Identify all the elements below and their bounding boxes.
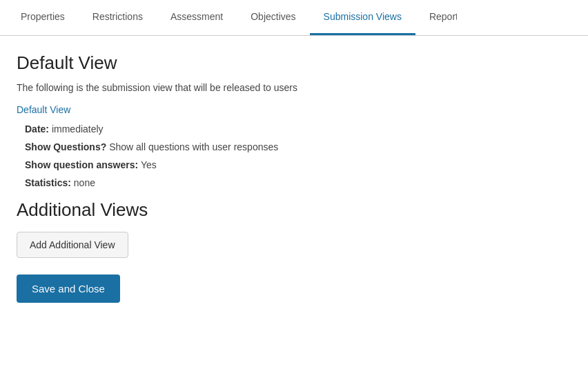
default-view-title: Default View [17,52,571,74]
tab-reports[interactable]: Reports [415,0,457,35]
tab-assessment[interactable]: Assessment [157,0,237,35]
detail-label: Date: [25,123,52,134]
main-content: Default View The following is the submis… [0,36,588,317]
description-text: The following is the submission view tha… [17,82,571,93]
tab-objectives[interactable]: Objectives [237,0,309,35]
add-additional-view-button[interactable]: Add Additional View [17,232,128,258]
detail-row: Show question answers: Yes [25,159,571,170]
tab-submission-views[interactable]: Submission Views [310,0,415,35]
save-close-button[interactable]: Save and Close [17,275,120,303]
detail-label: Show Questions? [25,141,109,152]
tab-restrictions[interactable]: Restrictions [79,0,157,35]
detail-row: Date: immediately [25,123,571,134]
detail-value: Yes [141,159,157,170]
detail-row: Statistics: none [25,177,571,188]
additional-views-title: Additional Views [17,199,571,221]
tab-bar: PropertiesRestrictionsAssessmentObjectiv… [0,0,588,36]
tab-properties[interactable]: Properties [7,0,79,35]
detail-value: immediately [52,123,104,134]
detail-row: Show Questions? Show all questions with … [25,141,571,152]
detail-label: Statistics: [25,177,74,188]
detail-value: Show all questions with user responses [109,141,278,152]
default-view-link[interactable]: Default View [17,104,571,115]
detail-value: none [74,177,95,188]
detail-label: Show question answers: [25,159,141,170]
